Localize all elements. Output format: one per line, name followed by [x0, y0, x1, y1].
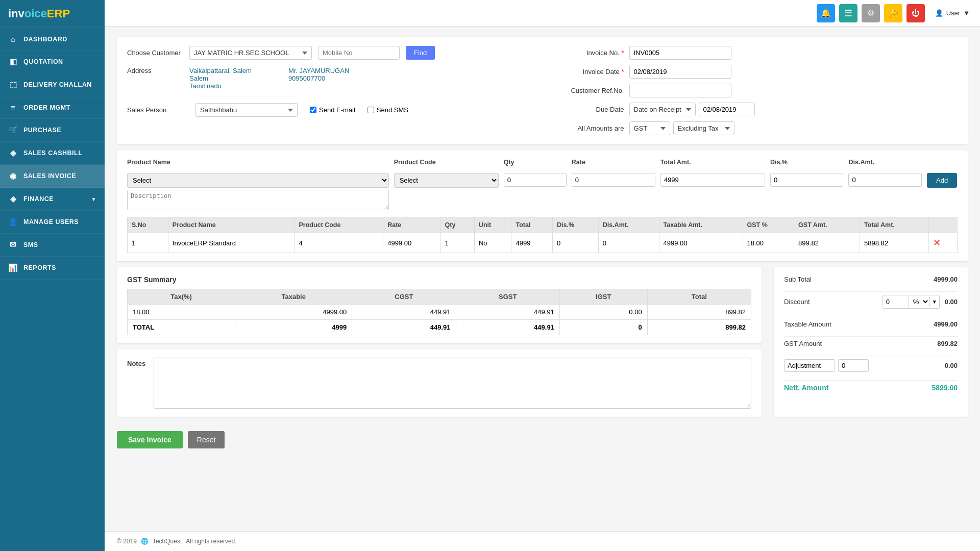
add-col: Add	[927, 173, 958, 188]
dis-pct-input[interactable]	[770, 173, 844, 187]
settings-icon: ⚙	[867, 8, 874, 18]
all-amounts-row: All Amounts are GST Excluding Tax	[553, 121, 958, 135]
invoice-no-input[interactable]	[629, 46, 731, 60]
send-email-checkbox[interactable]	[310, 107, 316, 113]
notification-btn[interactable]: 🔔	[817, 4, 835, 22]
logo-erp: ERP	[47, 7, 70, 20]
finance-arrow-icon: ▼	[91, 196, 96, 202]
products-table: S.No Product Name Product Code Rate Qty …	[127, 217, 958, 253]
customer-ref-label: Customer Ref.No.	[553, 87, 624, 94]
star-btn[interactable]: 🔑	[884, 4, 902, 22]
product-name-select[interactable]: Select	[127, 173, 389, 188]
left-form: Choose Customer JAY MATRIC HR.SEC.SCHOOL…	[127, 46, 532, 135]
due-date-row: Due Date Date on Receipt	[553, 103, 958, 116]
sidebar-item-order-mgmt[interactable]: ≡ ORDER MGMT	[0, 96, 105, 119]
sidebar-item-label: ORDER MGMT	[23, 104, 70, 111]
find-button[interactable]: Find	[406, 46, 435, 60]
send-sms-label[interactable]: Send SMS	[368, 106, 408, 114]
due-date-input[interactable]	[699, 103, 755, 116]
notes-section: Notes	[117, 349, 762, 417]
due-date-type-select[interactable]: Date on Receipt	[629, 103, 696, 116]
sidebar-item-sms[interactable]: ✉ SMS	[0, 234, 105, 257]
discount-value-input[interactable]	[883, 296, 909, 308]
col-header-qty: Qty	[504, 159, 567, 166]
sidebar-item-sales-cashbill[interactable]: ◈ SALES CASHBILL	[0, 142, 105, 165]
send-email-label[interactable]: Send E-mail	[310, 106, 355, 114]
sidebar-item-reports[interactable]: 📊 REPORTS	[0, 257, 105, 280]
gst-taxable: 4999.00	[235, 305, 352, 320]
sidebar-item-delivery-challan[interactable]: ⬚ DELIVERY CHALLAN	[0, 73, 105, 96]
sidebar-item-purchase[interactable]: 🛒 PURCHASE	[0, 119, 105, 142]
table-header-row: S.No Product Name Product Code Rate Qty …	[128, 217, 958, 233]
sidebar-item-quotation[interactable]: ◧ QUOTATION	[0, 51, 105, 73]
th-gst-pct: GST %	[743, 217, 794, 233]
gst-summary-section: GST Summary Tax(%) Taxable CGST SGST IGS…	[117, 267, 762, 343]
rate-input[interactable]	[572, 173, 655, 187]
product-code-select[interactable]: Select	[394, 173, 499, 188]
settings-btn[interactable]: ⚙	[862, 4, 880, 22]
th-dis-pct: Dis.%	[553, 217, 599, 233]
add-button[interactable]: Add	[927, 173, 957, 188]
sidebar-item-label: REPORTS	[23, 264, 56, 271]
notes-textarea[interactable]	[154, 358, 751, 409]
qty-input[interactable]	[504, 173, 567, 187]
invoice-date-input[interactable]	[629, 65, 731, 79]
address-line1[interactable]: Vaikalpattarai, Salem	[189, 67, 252, 74]
gst-th-taxable: Taxable	[235, 289, 352, 305]
product-code-col: Select	[394, 173, 499, 188]
total-amt-input[interactable]	[660, 173, 765, 187]
tax-type-select[interactable]: Excluding Tax	[673, 121, 734, 135]
quotation-icon: ◧	[8, 57, 18, 66]
invoice-no-label: Invoice No. *	[553, 49, 624, 57]
customer-select[interactable]: JAY MATRIC HR.SEC.SCHOOL	[189, 46, 312, 60]
sub-total-value: 4999.00	[934, 276, 958, 283]
amounts-controls: GST Excluding Tax	[629, 121, 734, 135]
footer-logo: 🌐	[141, 538, 149, 545]
th-rate: Rate	[383, 217, 440, 233]
nett-amount-row: Nett. Amount 5899.00	[784, 384, 958, 395]
gst-total-label: TOTAL	[128, 320, 235, 335]
td-sno: 1	[128, 233, 168, 253]
td-delete[interactable]: ✕	[928, 233, 957, 253]
address-state[interactable]: Tamil nadu	[189, 82, 222, 90]
rate-col	[572, 173, 655, 187]
nett-amount-value: 5899.00	[932, 384, 958, 392]
user-menu[interactable]: 👤 User ▼	[935, 9, 970, 17]
gst-total-cgst: 449.91	[352, 320, 456, 335]
notes-inner: Notes	[127, 358, 751, 409]
customer-ref-input[interactable]	[629, 84, 731, 97]
adjustment-label-input[interactable]	[784, 359, 835, 372]
sidebar: invoiceERP ⌂ DASHBOARD ◧ QUOTATION ⬚ DEL…	[0, 0, 105, 551]
mobile-input[interactable]	[318, 46, 400, 60]
dis-amt-input[interactable]	[848, 173, 922, 187]
gst-total-total: 899.82	[647, 320, 751, 335]
sidebar-item-label: SALES CASHBILL	[23, 149, 82, 157]
salesperson-row: Sales Person Sathishbabu Send E-mail Sen…	[127, 97, 532, 117]
right-form: Invoice No. * Invoice Date * Customer Re…	[553, 46, 958, 135]
discount-unit-select[interactable]: %	[909, 295, 929, 308]
description-textarea[interactable]	[127, 190, 389, 210]
save-invoice-button[interactable]: Save Invoice	[117, 431, 183, 448]
sub-total-row: Sub Total 4999.00	[784, 276, 958, 286]
power-btn[interactable]: ⏻	[906, 4, 925, 22]
reset-button[interactable]: Reset	[188, 431, 225, 448]
salesperson-select[interactable]: Sathishbabu	[195, 103, 298, 117]
qty-col	[504, 173, 567, 187]
gst-type-select[interactable]: GST	[629, 121, 670, 135]
sidebar-item-dashboard[interactable]: ⌂ DASHBOARD	[0, 28, 105, 51]
adjustment-value-input[interactable]	[838, 359, 869, 372]
sidebar-item-sales-invoice[interactable]: ◉ SALES INVOICE	[0, 165, 105, 188]
gst-igst: 0.00	[559, 305, 647, 320]
delete-row-button[interactable]: ✕	[933, 237, 941, 248]
sidebar-item-label: FINANCE	[23, 195, 54, 203]
sidebar-item-manage-users[interactable]: 👤 MANAGE USERS	[0, 211, 105, 234]
send-sms-checkbox[interactable]	[368, 107, 374, 113]
sidebar-item-finance[interactable]: ◈ FINANCE ▼	[0, 188, 105, 211]
sidebar-item-label: PURCHASE	[23, 127, 61, 134]
col-header-product-code: Product Code	[394, 159, 499, 166]
address-line2[interactable]: Salem	[189, 74, 208, 82]
sub-total-label: Sub Total	[784, 276, 812, 283]
taxable-amount-row: Taxable Amount 4999.00	[784, 320, 958, 331]
list-btn[interactable]: ☰	[839, 4, 857, 22]
reports-icon: 📊	[8, 263, 18, 272]
